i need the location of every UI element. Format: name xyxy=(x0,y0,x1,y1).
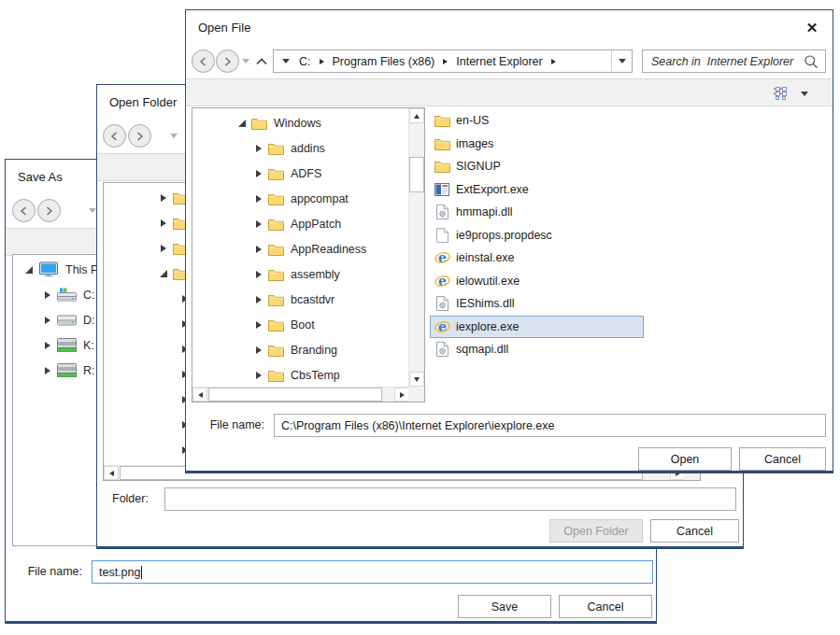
tree-collapsed-arrow-icon[interactable] xyxy=(159,194,168,202)
tree-item-label: AppReadiness xyxy=(291,243,366,256)
file-row-ielowutil-exe[interactable]: eielowutil.exe xyxy=(430,270,644,292)
scroll-down-button[interactable] xyxy=(409,372,424,387)
scrollbar-thumb[interactable] xyxy=(208,388,382,402)
recent-locations-dropdown-icon[interactable] xyxy=(89,208,96,213)
chevron-right-icon xyxy=(45,203,53,219)
recent-locations-dropdown-icon[interactable] xyxy=(242,59,249,64)
save-as-file-name-input[interactable]: test.png xyxy=(92,560,653,584)
breadcrumb-segment-program-files-x86-[interactable]: Program Files (x86) xyxy=(333,55,435,68)
tree-expanded-arrow-icon[interactable] xyxy=(237,120,247,127)
file-name: hmmapi.dll xyxy=(456,205,512,219)
file-row-signup[interactable]: SIGNUP xyxy=(430,155,644,177)
forward-button[interactable] xyxy=(216,49,239,73)
tree-item-appreadiness[interactable]: AppReadiness xyxy=(192,236,392,261)
tree-item-boot[interactable]: Boot xyxy=(192,312,392,337)
open-file-name-input[interactable]: C:\Program Files (x86)\Internet Explorer… xyxy=(274,414,826,437)
tree-collapsed-arrow-icon[interactable] xyxy=(43,367,52,374)
file-row-extexport-exe[interactable]: ExtExport.exe xyxy=(430,178,644,201)
scroll-left-button[interactable] xyxy=(104,466,119,480)
tree-collapsed-arrow-icon[interactable] xyxy=(254,346,263,354)
save-button[interactable]: Save xyxy=(458,595,551,618)
tree-collapsed-arrow-icon[interactable] xyxy=(159,219,168,227)
arrow-right-icon xyxy=(400,392,405,398)
back-button[interactable] xyxy=(103,124,126,148)
tree-collapsed-arrow-icon[interactable] xyxy=(43,291,52,299)
breadcrumb-segment-c-[interactable]: C: xyxy=(299,55,311,68)
tree-item-label: Branding xyxy=(291,344,337,357)
scroll-left-button[interactable] xyxy=(192,388,207,402)
breadcrumb-dropdown-button[interactable] xyxy=(611,50,632,72)
tree-expanded-arrow-icon[interactable] xyxy=(159,270,168,277)
tree-collapsed-arrow-icon[interactable] xyxy=(254,296,263,303)
file-name: en-US xyxy=(456,114,489,127)
open-folder-cancel-button[interactable]: Cancel xyxy=(650,519,739,543)
tree-collapsed-arrow-icon[interactable] xyxy=(254,195,263,203)
tree-collapsed-arrow-icon[interactable] xyxy=(254,271,263,278)
tree-item-label: ADFS xyxy=(291,167,321,180)
tree-collapsed-arrow-icon[interactable] xyxy=(159,245,168,252)
scroll-up-button[interactable] xyxy=(409,108,424,123)
tree-item-windows[interactable]: Windows xyxy=(192,110,392,135)
folder-input[interactable] xyxy=(164,487,736,511)
view-mode-icon[interactable] xyxy=(774,87,788,100)
tree-item-addins[interactable]: addins xyxy=(192,135,392,161)
tree-vertical-scrollbar[interactable] xyxy=(408,108,424,387)
breadcrumb-segment-internet-explorer[interactable]: Internet Explorer xyxy=(456,55,542,68)
view-dropdown-icon[interactable] xyxy=(801,92,808,96)
drive-network-icon xyxy=(57,338,77,352)
tree-item-branding[interactable]: Branding xyxy=(192,337,392,362)
save-as-cancel-button[interactable]: Cancel xyxy=(559,595,652,618)
scroll-right-button[interactable] xyxy=(394,388,409,402)
tree-collapsed-arrow-icon[interactable] xyxy=(43,317,52,324)
file-row-iexplore-exe[interactable]: eiexplore.exe xyxy=(430,316,644,338)
up-button[interactable] xyxy=(256,58,267,65)
tree-item-assembly[interactable]: assembly xyxy=(192,261,392,287)
breadcrumb-chevron-icon[interactable] xyxy=(443,59,448,64)
file-list: en-USimagesSIGNUPExtExport.exehmmapi.dll… xyxy=(428,107,826,402)
file-icon xyxy=(434,228,450,243)
back-button[interactable] xyxy=(12,199,36,222)
tree-collapsed-arrow-icon[interactable] xyxy=(254,220,263,228)
file-row-ie9props-propdesc[interactable]: ie9props.propdesc xyxy=(430,224,644,247)
tree-item-adfs[interactable]: ADFS xyxy=(192,161,392,186)
recent-locations-dropdown-icon[interactable] xyxy=(170,134,178,138)
breadcrumb-chevron-icon[interactable] xyxy=(320,59,324,64)
close-icon[interactable]: ✕ xyxy=(802,18,822,38)
tree-collapsed-arrow-icon[interactable] xyxy=(254,170,263,177)
tree-expanded-arrow-icon[interactable] xyxy=(24,266,34,274)
file-row-images[interactable]: images xyxy=(430,133,644,155)
tree-horizontal-scrollbar[interactable] xyxy=(192,387,409,402)
file-row-en-us[interactable]: en-US xyxy=(430,109,644,132)
tree-collapsed-arrow-icon[interactable] xyxy=(43,342,52,349)
open-file-tree-items: WindowsaddinsADFSappcompatAppPatchAppRea… xyxy=(192,108,408,387)
tree-item-label: assembly xyxy=(291,268,340,281)
forward-button[interactable] xyxy=(128,124,151,148)
back-button[interactable] xyxy=(192,49,215,73)
tree-item-label: D: xyxy=(83,314,95,327)
breadcrumb-chevron-icon[interactable] xyxy=(551,59,556,64)
file-row-sqmapi-dll[interactable]: sqmapi.dll xyxy=(430,338,644,360)
tree-item-bcastdvr[interactable]: bcastdvr xyxy=(192,287,392,312)
tree-collapsed-arrow-icon[interactable] xyxy=(254,321,263,329)
folder-icon xyxy=(434,160,450,173)
ie-icon: e xyxy=(434,274,450,289)
file-row-ieinstal-exe[interactable]: eieinstal.exe xyxy=(430,247,644,269)
tree-item-appcompat[interactable]: appcompat xyxy=(192,186,392,211)
tree-collapsed-arrow-icon[interactable] xyxy=(254,372,263,379)
tree-collapsed-arrow-icon[interactable] xyxy=(254,246,263,253)
search-input[interactable]: Search in Internet Explorer xyxy=(642,49,826,73)
forward-button[interactable] xyxy=(37,199,61,222)
tree-item-label: Boot xyxy=(291,318,315,332)
tree-item-cbstemp[interactable]: CbsTemp xyxy=(192,362,392,387)
open-file-cancel-button[interactable]: Cancel xyxy=(739,447,826,471)
folder-icon xyxy=(251,117,267,130)
file-row-ieshims-dll[interactable]: IEShims.dll xyxy=(430,292,644,315)
open-file-titlebar[interactable]: Open File ✕ xyxy=(186,10,833,45)
tree-item-apppatch[interactable]: AppPatch xyxy=(192,211,392,236)
file-row-hmmapi-dll[interactable]: hmmapi.dll xyxy=(430,201,644,223)
breadcrumb-bar[interactable]: C:Program Files (x86)Internet Explorer xyxy=(273,49,633,73)
open-button[interactable]: Open xyxy=(638,447,732,471)
scrollbar-thumb[interactable] xyxy=(409,157,424,192)
tree-collapsed-arrow-icon[interactable] xyxy=(254,145,263,152)
breadcrumb-root-dropdown-icon[interactable] xyxy=(282,59,290,64)
